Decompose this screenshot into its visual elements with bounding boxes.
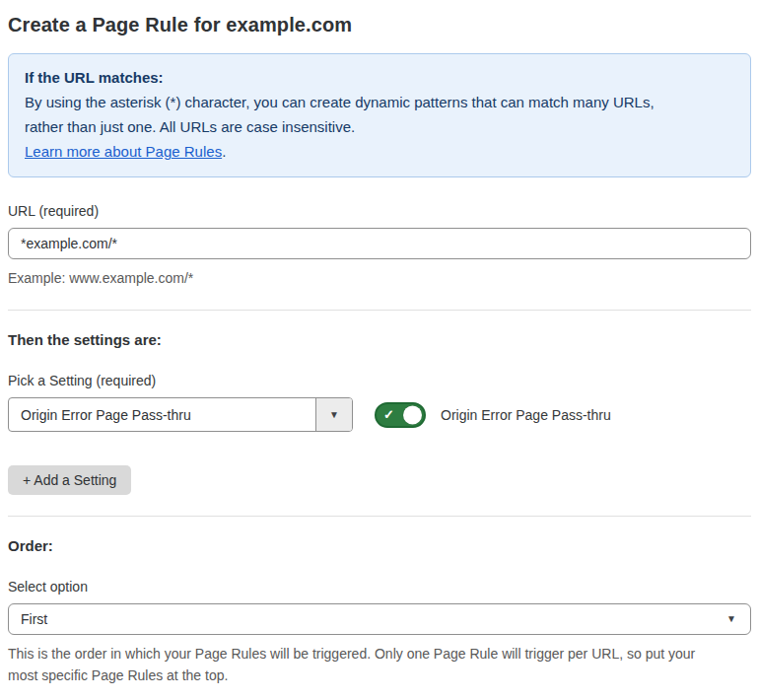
toggle-knob xyxy=(403,405,422,424)
setting-picker-dropdown-button[interactable]: ▼ xyxy=(315,398,352,431)
info-box-heading: If the URL matches: xyxy=(25,65,734,90)
info-box-body-line: rather than just one. All URLs are case … xyxy=(25,114,734,139)
add-setting-button[interactable]: + Add a Setting xyxy=(8,465,131,495)
settings-section-heading: Then the settings are: xyxy=(8,331,751,348)
setting-row: Origin Error Page Pass-thru ▼ ✓ Origin E… xyxy=(8,397,751,432)
check-icon: ✓ xyxy=(383,408,394,421)
caret-down-icon: ▼ xyxy=(329,410,339,420)
order-select-value: First xyxy=(21,611,726,627)
setting-picker-dropdown[interactable]: Origin Error Page Pass-thru ▼ xyxy=(8,397,353,432)
url-field-helper: Example: www.example.com/* xyxy=(8,267,751,289)
info-box-body-line: By using the asterisk (*) character, you… xyxy=(25,90,734,114)
create-page-rule-form: Create a Page Rule for example.com If th… xyxy=(0,0,759,700)
setting-toggle-label: Origin Error Page Pass-thru xyxy=(441,407,611,423)
url-match-info-box: If the URL matches: By using the asteris… xyxy=(8,53,751,177)
order-helper: This is the order in which your Page Rul… xyxy=(8,643,751,686)
divider xyxy=(8,516,751,517)
order-select-label: Select option xyxy=(8,579,751,595)
setting-toggle[interactable]: ✓ xyxy=(375,402,426,428)
learn-more-link[interactable]: Learn more about Page Rules xyxy=(25,143,222,160)
order-select[interactable]: First ▼ xyxy=(8,603,751,635)
order-section-heading: Order: xyxy=(8,537,751,554)
order-helper-line: This is the order in which your Page Rul… xyxy=(8,643,751,665)
order-helper-line: most specific Page Rules at the top. xyxy=(8,665,751,686)
caret-down-icon: ▼ xyxy=(726,614,736,624)
setting-picker-label: Pick a Setting (required) xyxy=(8,373,751,388)
link-suffix: . xyxy=(222,143,226,160)
url-input[interactable] xyxy=(8,228,751,259)
divider xyxy=(8,310,751,311)
info-box-link-row: Learn more about Page Rules. xyxy=(25,139,734,164)
setting-picker-value: Origin Error Page Pass-thru xyxy=(9,398,315,431)
page-title: Create a Page Rule for example.com xyxy=(8,14,751,36)
url-field-label: URL (required) xyxy=(8,203,751,219)
